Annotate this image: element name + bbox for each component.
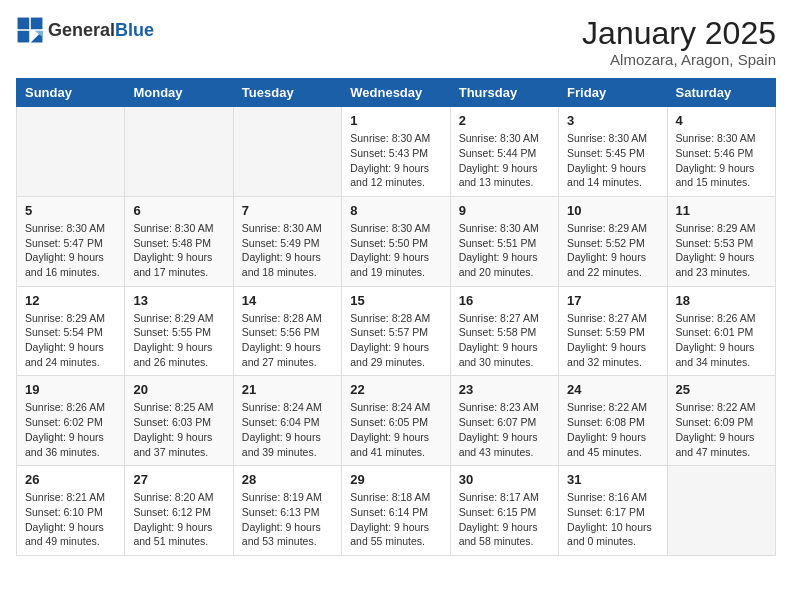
day-info: Sunrise: 8:30 AMSunset: 5:48 PMDaylight:…: [133, 221, 224, 280]
calendar-cell: 16Sunrise: 8:27 AMSunset: 5:58 PMDayligh…: [450, 286, 558, 376]
day-header-monday: Monday: [125, 79, 233, 107]
day-info: Sunrise: 8:16 AMSunset: 6:17 PMDaylight:…: [567, 490, 658, 549]
day-number: 18: [676, 293, 767, 308]
day-info: Sunrise: 8:29 AMSunset: 5:54 PMDaylight:…: [25, 311, 116, 370]
day-number: 27: [133, 472, 224, 487]
month-title: January 2025: [582, 16, 776, 51]
calendar-cell: 7Sunrise: 8:30 AMSunset: 5:49 PMDaylight…: [233, 196, 341, 286]
calendar-cell: 9Sunrise: 8:30 AMSunset: 5:51 PMDaylight…: [450, 196, 558, 286]
day-info: Sunrise: 8:30 AMSunset: 5:43 PMDaylight:…: [350, 131, 441, 190]
day-info: Sunrise: 8:26 AMSunset: 6:02 PMDaylight:…: [25, 400, 116, 459]
day-number: 4: [676, 113, 767, 128]
calendar-cell: 30Sunrise: 8:17 AMSunset: 6:15 PMDayligh…: [450, 466, 558, 556]
day-info: Sunrise: 8:30 AMSunset: 5:50 PMDaylight:…: [350, 221, 441, 280]
week-row-4: 19Sunrise: 8:26 AMSunset: 6:02 PMDayligh…: [17, 376, 776, 466]
calendar-cell: 29Sunrise: 8:18 AMSunset: 6:14 PMDayligh…: [342, 466, 450, 556]
calendar-cell: 21Sunrise: 8:24 AMSunset: 6:04 PMDayligh…: [233, 376, 341, 466]
day-info: Sunrise: 8:17 AMSunset: 6:15 PMDaylight:…: [459, 490, 550, 549]
week-row-1: 1Sunrise: 8:30 AMSunset: 5:43 PMDaylight…: [17, 107, 776, 197]
calendar-cell: 3Sunrise: 8:30 AMSunset: 5:45 PMDaylight…: [559, 107, 667, 197]
day-number: 19: [25, 382, 116, 397]
day-info: Sunrise: 8:30 AMSunset: 5:49 PMDaylight:…: [242, 221, 333, 280]
calendar-cell: 2Sunrise: 8:30 AMSunset: 5:44 PMDaylight…: [450, 107, 558, 197]
day-number: 10: [567, 203, 658, 218]
day-number: 31: [567, 472, 658, 487]
title-block: January 2025 Almozara, Aragon, Spain: [582, 16, 776, 68]
day-info: Sunrise: 8:30 AMSunset: 5:47 PMDaylight:…: [25, 221, 116, 280]
calendar-cell: 15Sunrise: 8:28 AMSunset: 5:57 PMDayligh…: [342, 286, 450, 376]
calendar-cell: 31Sunrise: 8:16 AMSunset: 6:17 PMDayligh…: [559, 466, 667, 556]
day-number: 30: [459, 472, 550, 487]
day-info: Sunrise: 8:30 AMSunset: 5:51 PMDaylight:…: [459, 221, 550, 280]
day-info: Sunrise: 8:23 AMSunset: 6:07 PMDaylight:…: [459, 400, 550, 459]
logo-text: GeneralBlue: [48, 20, 154, 41]
calendar-cell: 26Sunrise: 8:21 AMSunset: 6:10 PMDayligh…: [17, 466, 125, 556]
day-number: 24: [567, 382, 658, 397]
day-number: 8: [350, 203, 441, 218]
day-header-sunday: Sunday: [17, 79, 125, 107]
calendar-cell: 19Sunrise: 8:26 AMSunset: 6:02 PMDayligh…: [17, 376, 125, 466]
day-header-saturday: Saturday: [667, 79, 775, 107]
day-info: Sunrise: 8:20 AMSunset: 6:12 PMDaylight:…: [133, 490, 224, 549]
day-number: 17: [567, 293, 658, 308]
calendar-cell: 5Sunrise: 8:30 AMSunset: 5:47 PMDaylight…: [17, 196, 125, 286]
days-header-row: SundayMondayTuesdayWednesdayThursdayFrid…: [17, 79, 776, 107]
day-number: 25: [676, 382, 767, 397]
page-header: GeneralBlue January 2025 Almozara, Arago…: [16, 16, 776, 68]
calendar-cell: 23Sunrise: 8:23 AMSunset: 6:07 PMDayligh…: [450, 376, 558, 466]
day-header-wednesday: Wednesday: [342, 79, 450, 107]
calendar-cell: 17Sunrise: 8:27 AMSunset: 5:59 PMDayligh…: [559, 286, 667, 376]
day-info: Sunrise: 8:27 AMSunset: 5:59 PMDaylight:…: [567, 311, 658, 370]
day-number: 3: [567, 113, 658, 128]
day-info: Sunrise: 8:24 AMSunset: 6:05 PMDaylight:…: [350, 400, 441, 459]
calendar-table: SundayMondayTuesdayWednesdayThursdayFrid…: [16, 78, 776, 556]
day-info: Sunrise: 8:28 AMSunset: 5:56 PMDaylight:…: [242, 311, 333, 370]
svg-rect-2: [31, 18, 43, 30]
calendar-cell: 13Sunrise: 8:29 AMSunset: 5:55 PMDayligh…: [125, 286, 233, 376]
day-number: 14: [242, 293, 333, 308]
logo-icon: [16, 16, 44, 44]
day-info: Sunrise: 8:18 AMSunset: 6:14 PMDaylight:…: [350, 490, 441, 549]
day-number: 11: [676, 203, 767, 218]
day-info: Sunrise: 8:27 AMSunset: 5:58 PMDaylight:…: [459, 311, 550, 370]
day-number: 5: [25, 203, 116, 218]
week-row-2: 5Sunrise: 8:30 AMSunset: 5:47 PMDaylight…: [17, 196, 776, 286]
logo-general: General: [48, 20, 115, 40]
day-info: Sunrise: 8:30 AMSunset: 5:44 PMDaylight:…: [459, 131, 550, 190]
day-number: 28: [242, 472, 333, 487]
calendar-cell: 8Sunrise: 8:30 AMSunset: 5:50 PMDaylight…: [342, 196, 450, 286]
day-number: 15: [350, 293, 441, 308]
calendar-cell: [125, 107, 233, 197]
calendar-cell: 20Sunrise: 8:25 AMSunset: 6:03 PMDayligh…: [125, 376, 233, 466]
logo-blue: Blue: [115, 20, 154, 40]
day-number: 23: [459, 382, 550, 397]
day-info: Sunrise: 8:29 AMSunset: 5:53 PMDaylight:…: [676, 221, 767, 280]
day-info: Sunrise: 8:19 AMSunset: 6:13 PMDaylight:…: [242, 490, 333, 549]
day-number: 9: [459, 203, 550, 218]
day-info: Sunrise: 8:28 AMSunset: 5:57 PMDaylight:…: [350, 311, 441, 370]
day-info: Sunrise: 8:22 AMSunset: 6:08 PMDaylight:…: [567, 400, 658, 459]
calendar-cell: 10Sunrise: 8:29 AMSunset: 5:52 PMDayligh…: [559, 196, 667, 286]
day-number: 7: [242, 203, 333, 218]
calendar-cell: 12Sunrise: 8:29 AMSunset: 5:54 PMDayligh…: [17, 286, 125, 376]
day-number: 20: [133, 382, 224, 397]
calendar-cell: 14Sunrise: 8:28 AMSunset: 5:56 PMDayligh…: [233, 286, 341, 376]
day-header-thursday: Thursday: [450, 79, 558, 107]
day-number: 16: [459, 293, 550, 308]
day-number: 29: [350, 472, 441, 487]
calendar-cell: [17, 107, 125, 197]
calendar-cell: 11Sunrise: 8:29 AMSunset: 5:53 PMDayligh…: [667, 196, 775, 286]
day-info: Sunrise: 8:29 AMSunset: 5:52 PMDaylight:…: [567, 221, 658, 280]
day-number: 1: [350, 113, 441, 128]
svg-rect-1: [18, 18, 30, 30]
day-number: 12: [25, 293, 116, 308]
calendar-cell: 27Sunrise: 8:20 AMSunset: 6:12 PMDayligh…: [125, 466, 233, 556]
location-title: Almozara, Aragon, Spain: [582, 51, 776, 68]
logo: GeneralBlue: [16, 16, 154, 44]
calendar-cell: 4Sunrise: 8:30 AMSunset: 5:46 PMDaylight…: [667, 107, 775, 197]
calendar-cell: 24Sunrise: 8:22 AMSunset: 6:08 PMDayligh…: [559, 376, 667, 466]
day-number: 21: [242, 382, 333, 397]
day-info: Sunrise: 8:26 AMSunset: 6:01 PMDaylight:…: [676, 311, 767, 370]
day-header-tuesday: Tuesday: [233, 79, 341, 107]
calendar-cell: [233, 107, 341, 197]
